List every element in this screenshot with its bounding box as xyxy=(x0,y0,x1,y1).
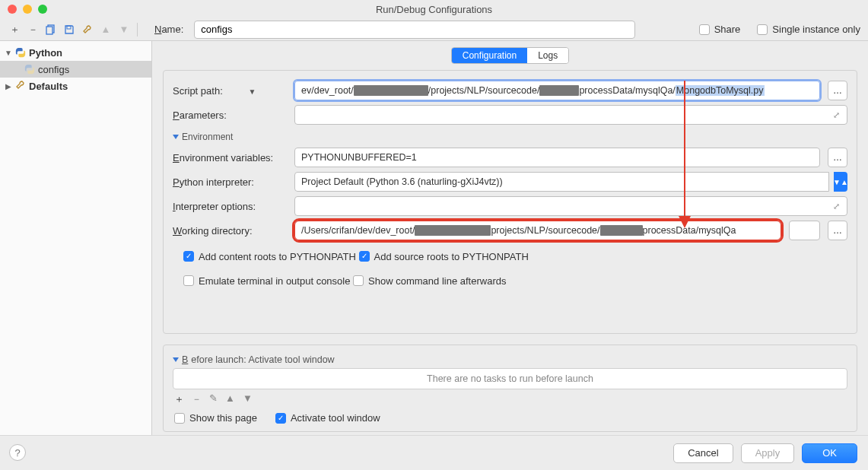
expand-icon[interactable]: ⤢ xyxy=(833,202,840,211)
wrench-icon xyxy=(15,80,26,93)
activate-tool-window-checkbox[interactable]: ✓Activate tool window xyxy=(275,412,380,424)
name-label: Name: xyxy=(154,24,183,35)
parameters-input[interactable] xyxy=(294,105,847,125)
name-input[interactable] xyxy=(194,21,635,39)
python-icon xyxy=(24,64,35,75)
save-icon[interactable] xyxy=(62,23,76,37)
show-this-page-checkbox[interactable]: Show this page xyxy=(174,412,257,424)
ok-button[interactable]: OK xyxy=(802,443,857,463)
tree-node-defaults[interactable]: ▶ Defaults xyxy=(0,78,151,94)
show-command-line-checkbox[interactable]: Show command line afterwards xyxy=(353,272,506,290)
window-title: Run/Debug Configurations xyxy=(0,4,868,15)
expand-icon[interactable]: ⤢ xyxy=(833,110,840,120)
redacted-segment xyxy=(415,225,491,236)
working-directory-label: Working directory: xyxy=(173,225,287,237)
wrench-icon[interactable] xyxy=(81,23,94,37)
add-icon[interactable]: ＋ xyxy=(8,23,21,37)
script-path-label: Script path: ▼ xyxy=(173,85,287,97)
dialog-footer: Cancel Apply OK xyxy=(0,435,868,470)
sidebar: ▼ Python configs ▶ Defaults xyxy=(0,41,152,435)
browse-button[interactable]: … xyxy=(828,221,847,240)
script-path-input[interactable]: ev/dev_root/ /projects/NLP/sourcecode/ p… xyxy=(294,81,820,100)
help-button[interactable]: ? xyxy=(9,444,26,461)
tree-label: Defaults xyxy=(29,81,68,92)
tab-configuration[interactable]: Configuration xyxy=(452,48,527,63)
envvars-label: Environment variables: xyxy=(173,152,287,164)
interp-options-input[interactable] xyxy=(294,196,847,216)
redacted-segment xyxy=(600,225,643,236)
interp-options-label: Interpreter options: xyxy=(173,201,287,212)
down-icon[interactable]: ▼ xyxy=(117,23,131,37)
browse-button[interactable]: … xyxy=(828,81,847,100)
tab-logs[interactable]: Logs xyxy=(527,48,568,63)
share-checkbox[interactable]: Share xyxy=(699,24,741,35)
python-icon xyxy=(15,47,26,58)
add-source-roots-checkbox[interactable]: ✓Add source roots to PYTHONPATH xyxy=(359,247,529,265)
svg-rect-1 xyxy=(46,27,52,34)
chevron-down-icon[interactable]: ▼ xyxy=(248,87,256,96)
parameters-label: Parameters: xyxy=(173,110,287,121)
interpreter-label: Python interpreter: xyxy=(173,176,287,188)
selected-filename: MongodbToMysql.py xyxy=(676,85,765,96)
copy-icon[interactable] xyxy=(44,23,58,37)
redacted-segment xyxy=(354,85,428,96)
tree-node-python[interactable]: ▼ Python xyxy=(0,44,151,61)
tree-label: Python xyxy=(29,47,62,59)
configuration-panel: Script path: ▼ ev/dev_root/ /projects/NL… xyxy=(163,70,857,334)
single-instance-checkbox[interactable]: Single instance only xyxy=(757,24,860,35)
edit-task-icon: ✎ xyxy=(209,392,218,406)
main-area: Configuration Logs Script path: ▼ ev/dev… xyxy=(152,41,868,435)
redacted-segment xyxy=(539,85,579,96)
working-directory-extra[interactable] xyxy=(789,221,820,240)
move-down-icon: ▼ xyxy=(243,392,253,406)
add-task-icon[interactable]: ＋ xyxy=(174,392,184,406)
apply-button[interactable]: Apply xyxy=(741,443,795,463)
titlebar: Run/Debug Configurations xyxy=(0,0,868,18)
tree-label: configs xyxy=(38,64,69,75)
toolbar: ＋ － ▲ ▼ Name: Share Single instance only xyxy=(0,18,868,41)
add-content-roots-checkbox[interactable]: ✓Add content roots to PYTHONPATH xyxy=(183,247,356,265)
working-directory-input[interactable]: /Users/crifan/dev/dev_root/ projects/NLP… xyxy=(294,221,781,240)
browse-button[interactable]: … xyxy=(828,148,847,167)
dropdown-arrow-icon[interactable]: ▼▲ xyxy=(834,172,847,192)
interpreter-select[interactable]: Project Default (Python 3.6 (naturling-g… xyxy=(294,172,829,192)
envvars-input[interactable]: PYTHONUNBUFFERED=1 xyxy=(294,148,820,167)
cancel-button[interactable]: Cancel xyxy=(673,443,733,463)
environment-section-header[interactable]: Environment xyxy=(173,132,847,142)
before-launch-tasks-list: There are no tasks to run before launch xyxy=(173,368,847,389)
up-icon[interactable]: ▲ xyxy=(99,23,113,37)
remove-task-icon: － xyxy=(192,392,202,406)
tree-node-configs[interactable]: configs xyxy=(0,61,151,78)
remove-icon[interactable]: － xyxy=(26,23,40,37)
move-up-icon: ▲ xyxy=(225,392,235,406)
emulate-terminal-checkbox[interactable]: Emulate terminal in output console xyxy=(183,272,350,290)
before-launch-panel: Before launch: Activate tool window Ther… xyxy=(163,345,857,432)
before-launch-header[interactable]: Before launch: Activate tool window xyxy=(173,353,847,368)
